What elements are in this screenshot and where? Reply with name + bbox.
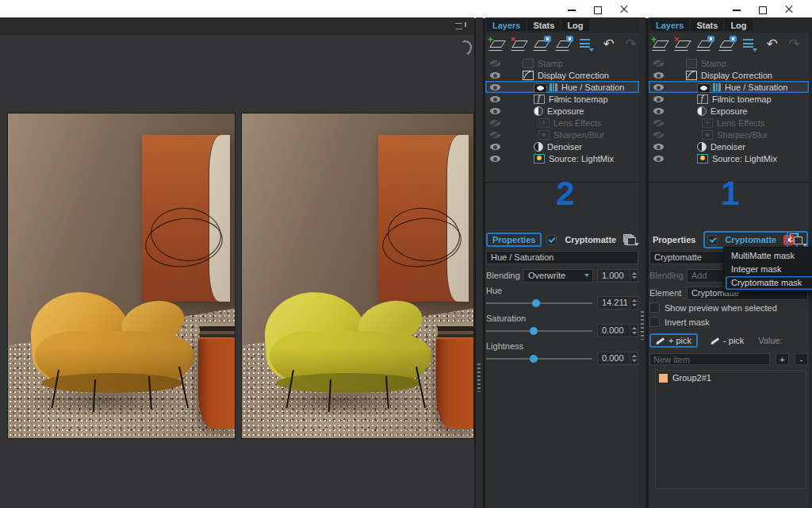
load-layers-icon[interactable] — [718, 36, 737, 53]
close-button[interactable] — [776, 1, 802, 17]
option-checkbox[interactable] — [649, 317, 660, 327]
scrollbar-grip[interactable] — [641, 311, 644, 340]
visibility-eye-icon[interactable] — [490, 60, 500, 67]
visibility-eye-icon[interactable] — [653, 96, 664, 102]
add-layer-icon[interactable] — [651, 36, 671, 53]
layer-list-icon[interactable] — [740, 36, 760, 53]
visibility-eye-icon[interactable] — [653, 144, 664, 150]
blend-amount-spinbox[interactable]: 1.000 — [597, 269, 638, 283]
visibility-eye-icon[interactable] — [653, 108, 664, 114]
tab-log[interactable]: Log — [725, 19, 752, 31]
layer-row-source-lightmix[interactable]: Source: LightMix — [649, 152, 809, 164]
load-layers-icon[interactable] — [554, 36, 574, 53]
matte-list-item[interactable]: Group2#1 — [656, 371, 806, 385]
pick-remove-button[interactable]: - pick — [706, 335, 749, 346]
visibility-eye-icon[interactable] — [653, 60, 664, 67]
layer-row-sharpen-blur[interactable]: Sharpen/Blur — [649, 129, 809, 140]
canvas-scrollbar[interactable] — [476, 17, 483, 508]
slider-handle[interactable] — [532, 299, 540, 307]
visibility-eye-icon[interactable] — [490, 144, 500, 150]
layer-row-hue-saturation[interactable]: Hue / Saturation — [485, 81, 639, 93]
layer-row-stamp[interactable]: Stamp — [485, 57, 639, 69]
cryptomatte-enable-checkbox[interactable] — [707, 235, 718, 245]
tab-stats[interactable]: Stats — [691, 19, 723, 31]
layer-row-denoiser[interactable]: Denoiser — [485, 140, 639, 152]
layer-name-field[interactable]: Hue / Saturation — [486, 251, 638, 264]
stats-toggle-icon[interactable] — [455, 21, 468, 31]
layer-row-exposure[interactable]: Exposure — [485, 105, 639, 117]
tab-cryptomatte[interactable]: Cryptomatte — [561, 234, 619, 245]
visibility-eye-icon[interactable] — [653, 72, 664, 79]
tab-layers[interactable]: Layers — [487, 19, 526, 31]
tab-properties[interactable]: Properties — [649, 234, 699, 245]
menu-item-integer-mask[interactable]: Integer mask — [726, 263, 812, 276]
layer-row-display-correction[interactable]: Display Correction — [485, 69, 639, 81]
add-properties-layer-icon[interactable] — [622, 233, 638, 246]
visibility-eye-icon[interactable] — [490, 96, 500, 102]
layer-row-lens-effects[interactable]: Lens Effects — [649, 117, 809, 129]
add-layer-icon[interactable] — [488, 36, 508, 53]
slider-track[interactable] — [486, 358, 592, 360]
redo-icon[interactable] — [621, 36, 641, 53]
undo-icon[interactable] — [599, 36, 619, 53]
value-spinbox[interactable]: 0.000 — [597, 324, 638, 337]
spinner-arrows-icon[interactable] — [630, 352, 638, 364]
value-spinbox[interactable]: 0.000 — [597, 352, 638, 365]
add-item-button[interactable]: + — [776, 353, 789, 365]
restore-button[interactable] — [584, 1, 611, 17]
tab-cryptomatte[interactable]: Cryptomatte — [722, 234, 779, 245]
tab-log[interactable]: Log — [561, 19, 588, 31]
visibility-eye-icon[interactable] — [490, 120, 500, 126]
remove-item-button[interactable]: - — [795, 353, 808, 365]
layer-row-lens-effects[interactable]: Lens Effects — [485, 117, 639, 129]
panel-scrollbar[interactable] — [639, 17, 645, 508]
tab-layers[interactable]: Layers — [650, 19, 689, 31]
visibility-eye-icon[interactable] — [653, 84, 664, 90]
restore-button[interactable] — [749, 1, 776, 17]
layer-row-source-lightmix[interactable]: Source: LightMix — [485, 152, 639, 164]
menu-item-cryptomatte-mask[interactable]: Cryptomatte mask — [726, 276, 812, 290]
slider-handle[interactable] — [530, 355, 538, 363]
layer-row-sharpen-blur[interactable]: Sharpen/Blur — [485, 129, 639, 140]
layer-row-display-correction[interactable]: Display Correction — [649, 69, 809, 81]
minimize-button[interactable] — [558, 1, 584, 17]
redo-icon[interactable] — [784, 36, 804, 53]
save-layers-icon[interactable] — [532, 36, 552, 53]
layer-row-denoiser[interactable]: Denoiser — [649, 140, 809, 152]
scrollbar-grip[interactable] — [477, 364, 481, 392]
new-item-input[interactable] — [649, 353, 770, 365]
tab-stats[interactable]: Stats — [527, 19, 560, 31]
layer-row-stamp[interactable]: Stamp — [649, 57, 809, 69]
spinner-arrows-icon[interactable] — [630, 270, 638, 282]
option-checkbox[interactable] — [649, 302, 660, 313]
save-layers-icon[interactable] — [695, 36, 715, 53]
visibility-eye-icon[interactable] — [490, 72, 500, 79]
visibility-eye-icon[interactable] — [653, 132, 664, 138]
delete-layer-icon[interactable] — [673, 36, 693, 53]
blending-dropdown[interactable]: Overwrite — [523, 269, 593, 283]
value-spinbox[interactable]: 14.211 — [597, 296, 638, 310]
spinner-arrows-icon[interactable] — [630, 297, 638, 309]
layer-row-filmic-tonemap[interactable]: Filmic tonemap — [485, 93, 639, 105]
close-button[interactable] — [611, 1, 637, 17]
undo-icon[interactable] — [762, 36, 782, 53]
minimize-button[interactable] — [723, 1, 749, 17]
delete-layer-icon[interactable] — [510, 36, 530, 53]
layer-list-icon[interactable] — [576, 36, 596, 53]
visibility-eye-icon[interactable] — [490, 108, 500, 114]
menu-item-multimatte-mask[interactable]: MultiMatte mask — [726, 249, 812, 263]
layer-row-filmic-tonemap[interactable]: Filmic tonemap — [649, 93, 809, 105]
visibility-eye-icon[interactable] — [490, 132, 500, 138]
cryptomatte-enable-checkbox[interactable] — [546, 235, 557, 245]
visibility-eye-icon[interactable] — [653, 156, 664, 162]
layer-row-exposure[interactable]: Exposure — [649, 105, 809, 117]
visibility-eye-icon[interactable] — [490, 84, 500, 90]
tab-properties[interactable]: Properties — [486, 233, 542, 247]
slider-track[interactable] — [486, 302, 592, 304]
visibility-eye-icon[interactable] — [653, 120, 664, 126]
spinner-arrows-icon[interactable] — [630, 325, 638, 337]
add-properties-layer-icon[interactable] — [787, 231, 808, 248]
slider-track[interactable] — [486, 330, 592, 332]
slider-handle[interactable] — [530, 327, 538, 335]
layer-row-hue-saturation[interactable]: Hue / Saturation — [649, 81, 809, 93]
